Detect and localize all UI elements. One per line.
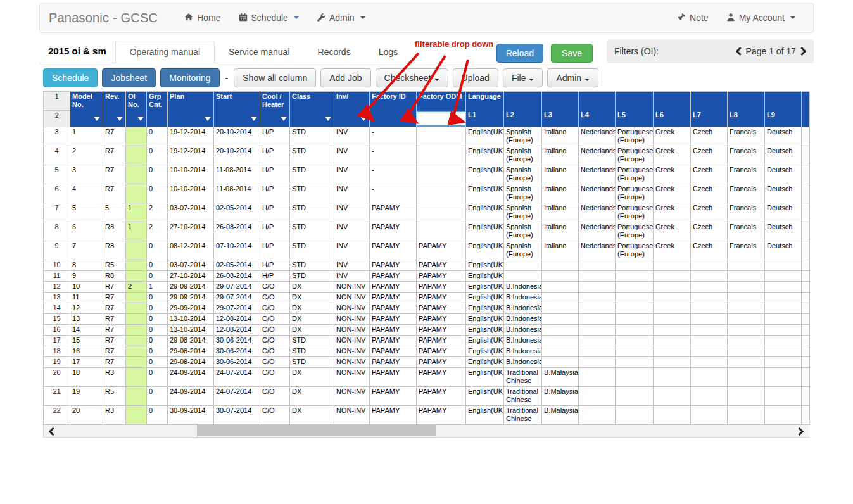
cell-l2[interactable]: Spanish (Europe) (504, 184, 542, 203)
cell-l2[interactable]: Spanish (Europe) (504, 146, 542, 165)
cell-l4[interactable]: Nederlands (579, 127, 616, 146)
cell-start[interactable]: 26-08-2014 (214, 270, 260, 281)
toolbar-button-upload[interactable]: Upload (453, 68, 498, 87)
cell-l2[interactable]: Spanish (Europe) (504, 222, 542, 241)
cell-l6[interactable] (654, 324, 691, 335)
cell-l7[interactable] (691, 292, 728, 303)
cell-l7[interactable] (691, 405, 728, 424)
cell-l5[interactable] (616, 405, 654, 424)
cell-l1[interactable]: English(UK) (466, 335, 504, 346)
cell-l8[interactable] (728, 405, 765, 424)
cell-start[interactable]: 29-07-2014 (214, 303, 260, 313)
cell-l5[interactable] (616, 356, 654, 367)
cell-l7[interactable] (691, 281, 728, 292)
cell-class[interactable]: STD (290, 184, 334, 203)
cell-model[interactable]: 12 (70, 303, 103, 313)
cell-oi[interactable]: 1 (126, 203, 147, 222)
cell-l2[interactable]: Spanish (Europe) (504, 241, 542, 260)
cell-oi[interactable] (126, 184, 147, 203)
cell-l1[interactable]: English(UK) (466, 367, 504, 386)
cell-l9[interactable]: Deutsch (765, 203, 802, 222)
cell-plan[interactable]: 24-09-2014 (168, 367, 214, 386)
cell-class[interactable]: DX (290, 386, 334, 405)
cell-class[interactable]: STD (290, 165, 334, 184)
cell-factory-id[interactable]: PAPAMY (370, 313, 417, 324)
cell-l2[interactable]: B.Indonesia (504, 313, 542, 324)
cell-plan[interactable]: 19-12-2014 (168, 127, 214, 146)
cell-grp[interactable]: 0 (147, 303, 168, 313)
cell-l9[interactable]: Deutsch (765, 241, 802, 260)
cell-plan[interactable]: 30-09-2014 (168, 405, 214, 424)
cell-l4[interactable] (579, 367, 616, 386)
cell-inv[interactable]: INV (334, 127, 370, 146)
cell-l8[interactable]: Francais (728, 146, 765, 165)
cell-inv[interactable]: NON-INV (334, 281, 370, 292)
filter-dropdown-icon[interactable] (281, 117, 287, 121)
cell-l1[interactable]: English(UK) (466, 222, 504, 241)
cell-class[interactable]: DX (290, 405, 334, 424)
filter-dropdown-icon[interactable] (251, 117, 257, 121)
cell-factory-odm[interactable]: PAPAMY (417, 346, 466, 356)
cell-plan[interactable]: 13-10-2014 (168, 324, 214, 335)
cell-start[interactable]: 24-07-2014 (214, 386, 260, 405)
cell-factory-id[interactable]: - (370, 165, 417, 184)
cell-model[interactable]: 1 (70, 127, 103, 146)
filter-dropdown-icon[interactable] (360, 117, 367, 121)
cell-l9[interactable] (765, 313, 802, 324)
cell-plan[interactable]: 10-10-2014 (168, 184, 214, 203)
cell-factory-id[interactable]: PAPAMY (370, 260, 417, 270)
cell-model[interactable]: 8 (70, 260, 103, 270)
cell-inv[interactable]: NON-INV (334, 313, 370, 324)
cell-l9[interactable] (765, 303, 802, 313)
cell-plan[interactable]: 29-09-2014 (168, 281, 214, 292)
cell-factory-id[interactable]: PAPAMY (370, 222, 417, 241)
cell-cool[interactable]: C/O (260, 367, 290, 386)
cell-factory-id[interactable]: PAPAMY (370, 203, 417, 222)
cell-cool[interactable]: C/O (260, 335, 290, 346)
toolbar-button-add-job[interactable]: Add Job (320, 68, 370, 87)
cell-l8[interactable] (728, 313, 765, 324)
cell-l7[interactable] (691, 356, 728, 367)
cell-plan[interactable]: 08-12-2014 (168, 241, 214, 260)
cell-l5[interactable]: Portuguese (Europe) (616, 222, 654, 241)
cell-l4[interactable]: Nederlands (579, 222, 616, 241)
cell-l4[interactable]: Nederlands (579, 241, 616, 260)
cell-l5[interactable] (616, 335, 654, 346)
cell-l5[interactable] (616, 324, 654, 335)
cell-class[interactable]: STD (290, 270, 334, 281)
cell-l3[interactable]: Italiano (542, 127, 579, 146)
cell-l6[interactable]: Greek (654, 241, 691, 260)
cell-l6[interactable] (654, 335, 691, 346)
filter-dropdown-icon[interactable] (407, 117, 414, 121)
cell-l2[interactable]: Spanish (Europe) (504, 165, 542, 184)
cell-l5[interactable] (616, 260, 654, 270)
cell-model[interactable]: 2 (70, 146, 103, 165)
cell-class[interactable]: DX (290, 367, 334, 386)
cell-l6[interactable] (654, 405, 691, 424)
cell-l8[interactable] (728, 324, 765, 335)
cell-start[interactable]: 24-07-2014 (214, 367, 260, 386)
cell-plan[interactable]: 03-07-2014 (168, 260, 214, 270)
cell-cool[interactable]: H/P (260, 127, 290, 146)
cell-l3[interactable] (542, 260, 579, 270)
filter-dropdown-icon[interactable] (137, 117, 144, 121)
cell-oi[interactable] (126, 405, 147, 424)
cell-rev[interactable]: R8 (103, 241, 126, 260)
cell-model[interactable]: 10 (70, 281, 103, 292)
cell-cool[interactable]: C/O (260, 324, 290, 335)
cell-l2[interactable]: Traditional Chinese (504, 386, 542, 405)
cell-rev[interactable]: 5 (103, 203, 126, 222)
cell-factory-id[interactable]: - (370, 184, 417, 203)
cell-l8[interactable]: Francais (728, 222, 765, 241)
cell-l4[interactable]: Nederlands (579, 165, 616, 184)
cell-l6[interactable] (654, 303, 691, 313)
cell-factory-odm[interactable]: PAPAMY (417, 367, 466, 386)
cell-l8[interactable] (728, 303, 765, 313)
cell-factory-odm[interactable]: PAPAMY (417, 356, 466, 367)
toolbar-button-checksheet[interactable]: Checksheet (376, 68, 448, 87)
cell-l6[interactable]: Greek (654, 184, 691, 203)
cell-l9[interactable]: Deutsch (765, 184, 802, 203)
cell-l3[interactable] (542, 346, 579, 356)
cell-l4[interactable] (579, 303, 616, 313)
cell-inv[interactable]: NON-INV (334, 324, 370, 335)
